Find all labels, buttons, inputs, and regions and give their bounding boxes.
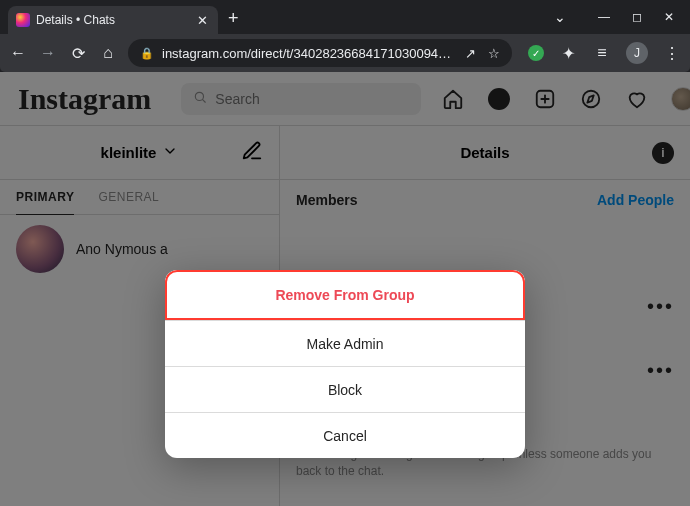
- reload-button[interactable]: ⟳: [68, 44, 88, 63]
- make-admin-button[interactable]: Make Admin: [165, 320, 525, 366]
- instagram-favicon: [16, 13, 30, 27]
- browser-tab[interactable]: Details • Chats ✕: [8, 6, 218, 34]
- forward-button[interactable]: →: [38, 44, 58, 62]
- tab-title: Details • Chats: [36, 13, 188, 27]
- block-button[interactable]: Block: [165, 366, 525, 412]
- browser-toolbar: ← → ⟳ ⌂ 🔒 instagram.com/direct/t/3402823…: [0, 34, 690, 72]
- address-bar[interactable]: 🔒 instagram.com/direct/t/340282366841710…: [128, 39, 512, 67]
- home-button[interactable]: ⌂: [98, 44, 118, 62]
- profile-avatar[interactable]: J: [626, 42, 648, 64]
- close-window-button[interactable]: ✕: [664, 10, 674, 24]
- window-menu-icon[interactable]: ⌄: [554, 9, 566, 25]
- security-check-icon[interactable]: ✓: [528, 45, 544, 61]
- close-tab-icon[interactable]: ✕: [194, 13, 210, 28]
- window-titlebar: Details • Chats ✕ + ⌄ — ◻ ✕: [0, 0, 690, 34]
- extensions-icon[interactable]: ✦: [558, 44, 578, 63]
- lock-icon: 🔒: [140, 47, 154, 60]
- remove-from-group-button[interactable]: Remove From Group: [167, 272, 523, 318]
- window-controls: ⌄ — ◻ ✕: [554, 0, 690, 34]
- url-text: instagram.com/direct/t/34028236684171030…: [162, 46, 457, 61]
- maximize-button[interactable]: ◻: [632, 10, 642, 24]
- kebab-menu-icon[interactable]: ⋮: [662, 44, 682, 63]
- reading-list-icon[interactable]: ≡: [592, 44, 612, 62]
- bookmark-icon[interactable]: ☆: [488, 46, 500, 61]
- share-icon[interactable]: ↗: [465, 46, 476, 61]
- member-action-modal: Remove From Group Make Admin Block Cance…: [165, 270, 525, 458]
- back-button[interactable]: ←: [8, 44, 28, 62]
- cancel-button[interactable]: Cancel: [165, 412, 525, 458]
- page-content: Instagram kleinlite PRIMARY: [0, 72, 690, 506]
- new-tab-button[interactable]: +: [228, 8, 239, 29]
- minimize-button[interactable]: —: [598, 10, 610, 24]
